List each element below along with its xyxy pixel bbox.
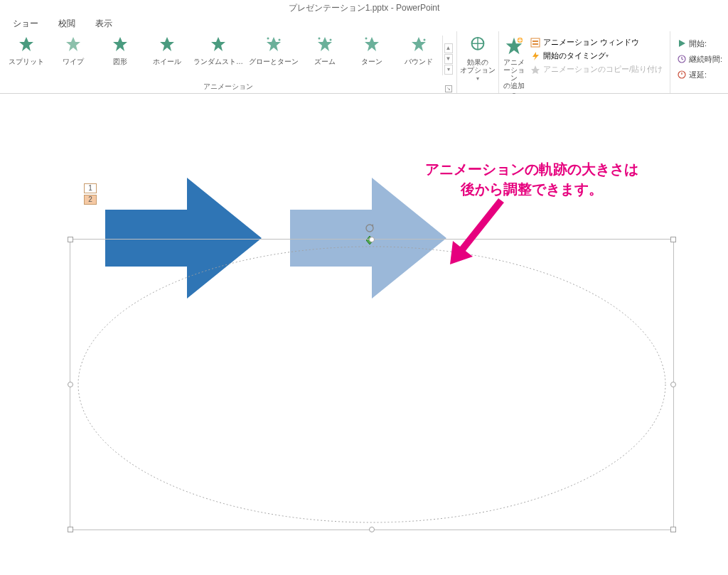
anim-bound[interactable]: バウンド — [395, 36, 442, 67]
animation-tag-1[interactable]: 1 — [84, 183, 97, 193]
svg-point-12 — [365, 38, 368, 40]
advanced-animation-group: アニメーションの追加 ▾ アニメーション ウィンドウ 開始のタイミング ▾ アニ… — [498, 31, 670, 93]
motion-path-ellipse — [70, 240, 673, 530]
svg-marker-3 — [160, 37, 174, 51]
menu-view[interactable]: 表示 — [85, 16, 122, 32]
effect-options-group: 効果のオプション ▾ — [457, 31, 498, 93]
animation-tag-2[interactable]: 2 — [84, 195, 97, 205]
effect-options-icon — [467, 36, 488, 57]
svg-rect-18 — [531, 38, 540, 47]
delay-row: 遅延: 00.00 — [678, 67, 728, 82]
star-icon — [112, 36, 129, 53]
dialog-launcher-icon[interactable]: ↘ — [445, 85, 452, 92]
resize-handle-n[interactable] — [369, 237, 375, 242]
resize-handle-e[interactable] — [670, 382, 676, 387]
svg-point-10 — [330, 39, 332, 41]
svg-point-14 — [424, 39, 426, 41]
chevron-down-icon: ▾ — [476, 75, 479, 82]
start-row: 開始: クリック時 — [678, 36, 728, 51]
slide-canvas[interactable]: 1 2 — [0, 94, 728, 575]
svg-marker-23 — [679, 40, 685, 47]
clock-icon — [678, 55, 686, 63]
menu-slideshow[interactable]: ショー — [3, 16, 48, 32]
add-animation-button[interactable]: アニメーションの追加 ▾ — [502, 33, 526, 98]
trigger-button[interactable]: 開始のタイミング ▾ — [530, 49, 663, 63]
delay-icon — [678, 70, 686, 79]
svg-rect-19 — [532, 41, 538, 42]
callout-text: アニメーションの軌跡の大きさは 後から調整できます。 — [411, 159, 653, 199]
menu-review[interactable]: 校閲 — [48, 16, 85, 32]
window-title: プレゼンテーション1.pptx - PowerPoint — [0, 0, 728, 16]
play-icon — [678, 39, 686, 48]
animation-painter-button[interactable]: アニメーションのコピー/貼り付け — [530, 63, 663, 76]
menu-bar: ショー 校閲 表示 — [0, 16, 728, 31]
svg-marker-22 — [531, 65, 540, 74]
svg-marker-4 — [211, 37, 225, 51]
anim-wipe[interactable]: ワイプ — [50, 36, 97, 67]
svg-marker-21 — [532, 52, 539, 60]
add-animation-icon — [503, 36, 525, 57]
ribbon: スプリット ワイプ 図形 ホイール ランダムスト… — [0, 31, 728, 94]
animation-gallery: スプリット ワイプ 図形 ホイール ランダムスト… — [3, 33, 454, 75]
star-icon — [18, 36, 35, 53]
star-icon — [65, 36, 82, 53]
rotate-handle-icon[interactable] — [365, 223, 375, 233]
anim-zoom[interactable]: ズーム — [301, 36, 348, 67]
resize-handle-s[interactable] — [369, 527, 375, 532]
painter-icon — [530, 65, 540, 75]
chevron-down-icon: ▼ — [444, 54, 453, 64]
svg-marker-0 — [19, 37, 33, 51]
gallery-more-button[interactable]: ▲ ▼ ▾ — [442, 36, 454, 75]
resize-handle-sw[interactable] — [68, 527, 73, 532]
effect-options-button[interactable]: 効果のオプション ▾ — [460, 33, 496, 82]
advanced-buttons: アニメーション ウィンドウ 開始のタイミング ▾ アニメーションのコピー/貼り付… — [526, 33, 667, 79]
sparkle-star-icon — [265, 36, 282, 53]
sparkle-star-icon — [316, 36, 333, 53]
svg-line-31 — [460, 200, 501, 252]
gallery-group-label: アニメーション ↘ — [3, 82, 454, 93]
anim-grow[interactable]: グローとターン — [246, 36, 301, 67]
motion-path-selection[interactable] — [70, 239, 674, 530]
timing-group: 開始: クリック時 継続時間: 02.00 遅延: 00.00 タイミ — [670, 31, 728, 93]
resize-handle-nw[interactable] — [68, 237, 73, 242]
dropdown-icon: ▾ — [444, 65, 453, 75]
animation-pane-button[interactable]: アニメーション ウィンドウ — [530, 36, 663, 49]
chevron-down-icon: ▾ — [606, 53, 609, 59]
anim-wheel[interactable]: ホイール — [144, 36, 191, 67]
resize-handle-se[interactable] — [670, 527, 676, 532]
svg-rect-20 — [532, 43, 538, 45]
sparkle-star-icon — [410, 36, 427, 53]
sparkle-star-icon — [363, 36, 380, 53]
callout-arrow-icon — [444, 197, 508, 264]
star-icon — [210, 36, 227, 53]
svg-point-7 — [279, 39, 281, 41]
star-icon — [159, 36, 176, 53]
anim-split[interactable]: スプリット — [3, 36, 50, 67]
resize-handle-w[interactable] — [68, 382, 73, 387]
animation-gallery-group: スプリット ワイプ 図形 ホイール ランダムスト… — [0, 31, 457, 93]
anim-random[interactable]: ランダムスト… — [191, 36, 246, 67]
svg-point-6 — [267, 38, 269, 40]
chevron-up-icon: ▲ — [444, 43, 453, 53]
svg-marker-2 — [113, 37, 127, 51]
svg-marker-1 — [66, 37, 80, 51]
svg-point-9 — [318, 38, 321, 40]
svg-point-30 — [78, 247, 665, 522]
pane-icon — [530, 38, 540, 48]
anim-turn[interactable]: ターン — [348, 36, 395, 67]
duration-row: 継続時間: 02.00 — [678, 51, 728, 67]
resize-handle-ne[interactable] — [670, 237, 676, 242]
lightning-icon — [530, 51, 540, 61]
anim-shape[interactable]: 図形 — [97, 36, 144, 67]
